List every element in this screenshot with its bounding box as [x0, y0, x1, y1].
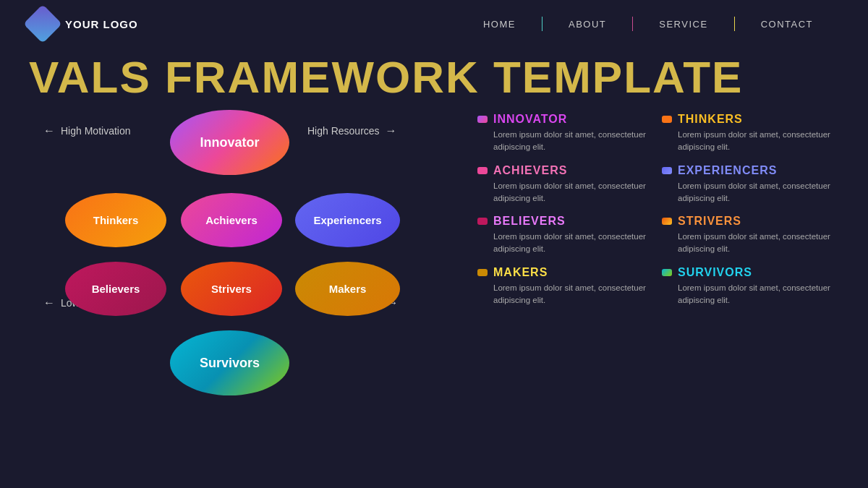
info-desc-believers: Lorem ipsum dolor sit amet, consectetuer…	[477, 231, 655, 256]
ellipse-experiencers[interactable]: Experiencers	[295, 193, 400, 247]
info-dot-experiencers	[662, 167, 672, 174]
ellipse-believers[interactable]: Believers	[65, 262, 166, 316]
ellipse-makers[interactable]: Makers	[295, 262, 400, 316]
info-title-strivers: STRIVERS	[662, 215, 839, 228]
info-item-makers: MAKERS Lorem ipsum dolor sit amet, conse…	[477, 266, 655, 307]
info-dot-thinkers	[662, 116, 672, 123]
info-dot-achievers	[477, 167, 488, 174]
info-heading-survivors: SURVIVORS	[678, 266, 752, 279]
info-desc-achievers: Lorem ipsum dolor sit amet, consectetuer…	[477, 180, 655, 205]
logo-icon	[23, 4, 62, 43]
nav-about[interactable]: ABOUT	[542, 19, 632, 30]
info-item-strivers: STRIVERS Lorem ipsum dolor sit amet, con…	[662, 215, 839, 256]
info-item-achievers: ACHIEVERS Lorem ipsum dolor sit amet, co…	[477, 164, 655, 205]
info-item-survivors: SURVIVORS Lorem ipsum dolor sit amet, co…	[662, 266, 839, 307]
info-dot-strivers	[662, 218, 672, 225]
info-desc-makers: Lorem ipsum dolor sit amet, consectetuer…	[477, 282, 655, 307]
info-desc-survivors: Lorem ipsum dolor sit amet, consectetuer…	[662, 282, 839, 307]
navbar: YOUR LOGO HOME ABOUT SERVICE CONTACT	[0, 0, 868, 48]
ellipse-strivers[interactable]: Strivers	[181, 262, 282, 316]
content-area: ← High Motivation High Resources → ← Low…	[0, 110, 868, 317]
info-desc-innovator: Lorem ipsum dolor sit amet, consectetuer…	[477, 129, 655, 154]
info-item-thinkers: THINKERS Lorem ipsum dolor sit amet, con…	[662, 113, 839, 154]
info-item-experiencers: EXPERIENCERS Lorem ipsum dolor sit amet,…	[662, 164, 839, 205]
ellipse-achievers[interactable]: Achievers	[181, 193, 282, 247]
nav-home[interactable]: HOME	[457, 19, 542, 30]
ellipse-innovator[interactable]: Innovator	[170, 110, 289, 175]
arrow-right-resources: →	[386, 124, 397, 137]
info-desc-experiencers: Lorem ipsum dolor sit amet, consectetuer…	[662, 180, 839, 205]
nav-contact[interactable]: CONTACT	[735, 19, 839, 30]
info-heading-believers: BELIEVERS	[493, 215, 566, 228]
ellipse-thinkers[interactable]: Thinkers	[65, 193, 166, 247]
info-heading-thinkers: THINKERS	[678, 113, 743, 126]
info-dot-makers	[477, 269, 488, 276]
diagram-area: ← High Motivation High Resources → ← Low…	[29, 110, 463, 317]
info-title-experiencers: EXPERIENCERS	[662, 164, 839, 177]
high-motivation-text: High Motivation	[61, 125, 131, 137]
info-heading-innovator: INNOVATOR	[493, 113, 567, 126]
label-high-motivation: ← High Motivation	[43, 124, 131, 137]
nav-service[interactable]: SERVICE	[633, 19, 733, 30]
info-title-achievers: ACHIEVERS	[477, 164, 655, 177]
page-title: VALS FRAMEWORK TEMPLATE	[0, 48, 868, 110]
arrow-left-low-motivation: ←	[43, 296, 55, 309]
info-heading-makers: MAKERS	[493, 266, 548, 279]
info-item-believers: BELIEVERS Lorem ipsum dolor sit amet, co…	[477, 215, 655, 256]
logo-area: YOUR LOGO	[29, 10, 138, 38]
info-heading-strivers: STRIVERS	[678, 215, 741, 228]
info-title-innovator: INNOVATOR	[477, 113, 655, 126]
info-title-thinkers: THINKERS	[662, 113, 839, 126]
info-desc-thinkers: Lorem ipsum dolor sit amet, consectetuer…	[662, 129, 839, 154]
ellipse-survivors[interactable]: Survivors	[170, 330, 289, 395]
high-resources-text: High Resources	[307, 125, 380, 137]
label-high-resources: High Resources →	[307, 124, 397, 137]
info-heading-achievers: ACHIEVERS	[493, 164, 567, 177]
info-desc-strivers: Lorem ipsum dolor sit amet, consectetuer…	[662, 231, 839, 256]
info-title-makers: MAKERS	[477, 266, 655, 279]
info-dot-believers	[477, 218, 488, 225]
info-dot-innovator	[477, 116, 488, 123]
nav-links: HOME ABOUT SERVICE CONTACT	[457, 17, 839, 31]
info-panel: INNOVATOR Lorem ipsum dolor sit amet, co…	[477, 110, 839, 317]
info-heading-experiencers: EXPERIENCERS	[678, 164, 777, 177]
info-dot-survivors	[662, 269, 672, 276]
arrow-left-motivation: ←	[43, 124, 55, 137]
logo-text: YOUR LOGO	[65, 18, 138, 30]
info-title-survivors: SURVIVORS	[662, 266, 839, 279]
info-title-believers: BELIEVERS	[477, 215, 655, 228]
info-item-innovator: INNOVATOR Lorem ipsum dolor sit amet, co…	[477, 113, 655, 154]
